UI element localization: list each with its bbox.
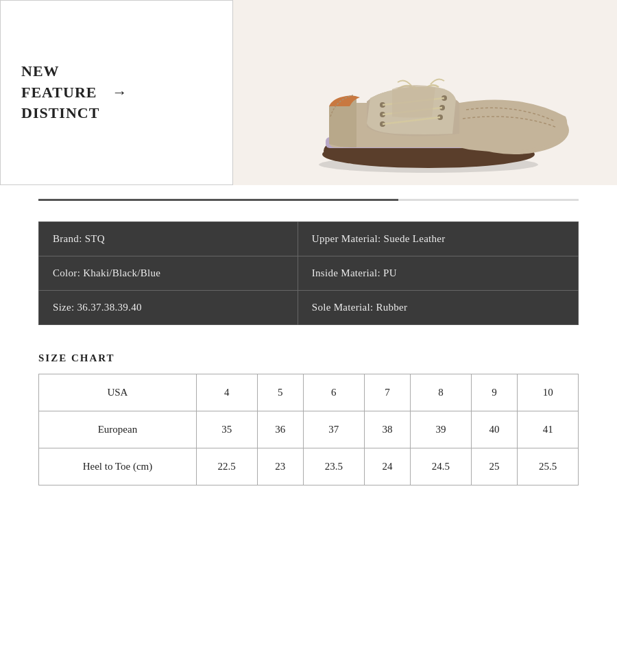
size-row-value: 22.5 bbox=[196, 448, 257, 485]
specs-table: Brand: STQ Upper Material: Suede Leather… bbox=[38, 221, 579, 325]
size-header-cell: 6 bbox=[304, 374, 365, 411]
size-header-row: USA45678910 bbox=[39, 374, 579, 411]
size-row-value: 35 bbox=[196, 411, 257, 448]
specs-section: Brand: STQ Upper Material: Suede Leather… bbox=[38, 221, 579, 325]
size-row-value: 25.5 bbox=[518, 448, 579, 485]
spec-row: Size: 36.37.38.39.40 Sole Material: Rubb… bbox=[39, 291, 579, 325]
shoe-illustration bbox=[233, 0, 617, 185]
size-row-value: 36 bbox=[257, 411, 304, 448]
size-chart-section: SIZE CHART USA45678910European3536373839… bbox=[38, 352, 579, 485]
top-section: NEW FEATURE DISTINCT → bbox=[0, 0, 617, 185]
spec-left: Size: 36.37.38.39.40 bbox=[39, 291, 298, 325]
size-row-label: European bbox=[39, 411, 197, 448]
size-row-value: 23 bbox=[257, 448, 304, 485]
feature-text-block: NEW FEATURE DISTINCT bbox=[21, 61, 99, 124]
spec-left: Color: Khaki/Black/Blue bbox=[39, 256, 298, 291]
size-header-cell: 5 bbox=[257, 374, 304, 411]
size-row-value: 24.5 bbox=[411, 448, 472, 485]
size-table: USA45678910European35363738394041Heel to… bbox=[38, 374, 579, 485]
size-row-value: 25 bbox=[471, 448, 518, 485]
size-header-cell: 4 bbox=[196, 374, 257, 411]
spec-right: Upper Material: Suede Leather bbox=[298, 222, 578, 256]
size-row-value: 24 bbox=[364, 448, 411, 485]
feature-line1: NEW FEATURE DISTINCT bbox=[21, 61, 99, 124]
size-data-row: European35363738394041 bbox=[39, 411, 579, 448]
size-row-value: 38 bbox=[364, 411, 411, 448]
progress-segment-2 bbox=[398, 199, 579, 201]
size-header-cell: 10 bbox=[518, 374, 579, 411]
shoe-image-container bbox=[233, 0, 617, 185]
size-row-value: 40 bbox=[471, 411, 518, 448]
spec-right: Sole Material: Rubber bbox=[298, 291, 578, 325]
progress-segment-1 bbox=[219, 199, 399, 201]
progress-segment-0 bbox=[38, 199, 219, 201]
size-row-value: 39 bbox=[411, 411, 472, 448]
size-header-cell: 8 bbox=[411, 374, 472, 411]
arrow-icon[interactable]: → bbox=[112, 84, 127, 101]
size-row-value: 37 bbox=[304, 411, 365, 448]
size-header-cell: 9 bbox=[471, 374, 518, 411]
size-row-label: Heel to Toe (cm) bbox=[39, 448, 197, 485]
feature-box: NEW FEATURE DISTINCT → bbox=[0, 0, 233, 185]
spec-row: Color: Khaki/Black/Blue Inside Material:… bbox=[39, 256, 579, 291]
spec-left: Brand: STQ bbox=[39, 222, 298, 256]
size-header-cell: 7 bbox=[364, 374, 411, 411]
size-row-value: 23.5 bbox=[304, 448, 365, 485]
spec-row: Brand: STQ Upper Material: Suede Leather bbox=[39, 222, 579, 256]
size-data-row: Heel to Toe (cm)22.52323.52424.52525.5 bbox=[39, 448, 579, 485]
spec-right: Inside Material: PU bbox=[298, 256, 578, 291]
progress-bar-section bbox=[38, 199, 579, 201]
size-row-value: 41 bbox=[518, 411, 579, 448]
size-header-cell: USA bbox=[39, 374, 197, 411]
size-chart-title: SIZE CHART bbox=[38, 352, 579, 364]
